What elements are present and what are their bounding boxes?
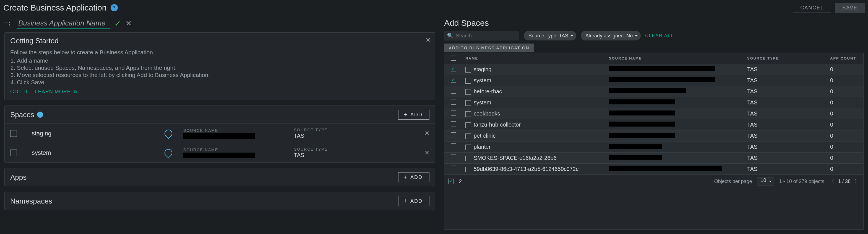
page-title: Create Business Application	[3, 3, 107, 12]
space-icon	[465, 145, 471, 150]
space-icon	[465, 122, 471, 128]
row-name: system	[474, 77, 491, 83]
apps-add-label: ADD	[410, 175, 423, 180]
row-checkbox[interactable]	[451, 165, 456, 171]
table-row[interactable]: stagingTAS0	[444, 64, 863, 75]
table-row[interactable]: 59db8639-86c3-4713-a2b5-6124650c072cTAS0	[444, 164, 863, 175]
row-checkbox[interactable]	[451, 155, 456, 160]
prev-page-icon[interactable]: 〈	[829, 178, 834, 185]
row-checkbox[interactable]	[451, 121, 456, 127]
namespaces-add-button[interactable]: + ADD	[398, 196, 429, 206]
confirm-name-icon[interactable]: ✓	[114, 19, 121, 28]
space-icon	[465, 78, 471, 84]
row-name: pet-clinic	[474, 133, 496, 139]
got-it-link[interactable]: GOT IT	[10, 89, 29, 95]
row-app-count: 0	[830, 122, 833, 128]
table-row[interactable]: systemTAS0	[444, 97, 863, 108]
search-input[interactable]	[456, 33, 521, 39]
row-source-type: TAS	[747, 155, 757, 161]
filter-already-assigned-label: Already assigned: No	[585, 33, 633, 39]
apps-title: Apps	[10, 173, 27, 182]
row-checkbox[interactable]	[451, 66, 456, 72]
col-name[interactable]: NAME	[463, 53, 606, 64]
table-row[interactable]: SMOKES-SPACE-e16fa2a2-26b6TAS0	[444, 153, 863, 164]
source-type-label: SOURCE TYPE	[294, 128, 349, 132]
row-app-count: 0	[830, 88, 833, 95]
gs-step: Click Save.	[17, 79, 429, 85]
clear-name-icon[interactable]: ✕	[126, 19, 132, 28]
gs-step: Add a name.	[17, 57, 429, 64]
row-source-name	[609, 66, 715, 71]
location-icon[interactable]	[163, 147, 174, 158]
add-to-business-application-button[interactable]: ADD TO BUSINESS APPLICATION	[444, 44, 534, 52]
row-source-type: TAS	[747, 133, 757, 139]
spaces-table: NAME SOURCE NAME SOURCE TYPE APP COUNT s…	[444, 53, 863, 175]
page-size-select[interactable]: 10	[757, 177, 774, 185]
save-button[interactable]: SAVE	[835, 3, 865, 13]
close-icon[interactable]: ✕	[426, 36, 431, 44]
space-name: system	[32, 149, 153, 156]
help-icon[interactable]: ?	[111, 4, 118, 11]
learn-more-link[interactable]: LEARN MORE	[35, 89, 71, 95]
col-source-name[interactable]: SOURCE NAME	[606, 53, 744, 64]
filter-already-assigned[interactable]: Already assigned: No	[581, 31, 641, 41]
row-name: planter	[474, 144, 491, 150]
space-icon	[465, 67, 471, 73]
apps-add-button[interactable]: + ADD	[398, 172, 429, 182]
location-icon[interactable]	[163, 128, 174, 139]
source-type-value: TAS	[294, 152, 349, 158]
row-source-type: TAS	[747, 88, 757, 95]
row-source-type: TAS	[747, 110, 757, 116]
row-checkbox[interactable]	[451, 88, 456, 94]
namespaces-title: Namespaces	[10, 197, 52, 206]
row-name: tanzu-hub-collector	[474, 122, 521, 128]
row-checkbox[interactable]	[451, 77, 456, 82]
space-icon	[465, 167, 471, 172]
row-checkbox[interactable]	[451, 110, 456, 116]
drag-handle-icon[interactable]	[4, 20, 12, 27]
add-spaces-title: Add Spaces	[444, 18, 864, 28]
table-row[interactable]: planterTAS0	[444, 141, 863, 153]
search-input-wrap[interactable]: 🔍	[444, 31, 519, 41]
business-application-name-input[interactable]	[17, 18, 110, 28]
source-type-label: SOURCE TYPE	[294, 147, 349, 152]
table-row[interactable]: before-rbacTAS0	[444, 86, 863, 97]
row-checkbox[interactable]	[451, 99, 456, 105]
spaces-add-button[interactable]: + ADD	[398, 110, 429, 120]
cancel-button[interactable]: CANCEL	[793, 3, 831, 13]
select-all-checkbox[interactable]	[451, 55, 456, 61]
space-icon	[465, 89, 471, 95]
row-name: SMOKES-SPACE-e16fa2a2-26b6	[474, 155, 557, 161]
source-name-label: SOURCE NAME	[183, 128, 283, 133]
row-app-count: 0	[830, 133, 833, 139]
row-app-count: 0	[830, 155, 833, 161]
col-app-count[interactable]: APP COUNT	[827, 53, 863, 64]
range-text: 1 - 10 of 379 objects	[779, 179, 824, 184]
space-icon	[10, 150, 17, 156]
filter-source-type[interactable]: Source Type: TAS	[524, 31, 576, 41]
row-source-type: TAS	[747, 77, 757, 83]
page-text: 1 / 38	[838, 179, 850, 184]
table-row[interactable]: tanzu-hub-collectorTAS0	[444, 119, 863, 130]
table-row[interactable]: pet-clinicTAS0	[444, 130, 863, 141]
footer-checked-icon[interactable]	[448, 179, 454, 184]
clear-all-link[interactable]: CLEAR ALL	[645, 33, 674, 38]
table-row[interactable]: cookbooksTAS0	[444, 108, 863, 119]
row-source-type: TAS	[747, 166, 757, 172]
remove-space-icon[interactable]: ✕	[425, 149, 429, 156]
external-link-icon: ⧉	[73, 89, 77, 94]
row-source-name	[609, 88, 686, 93]
row-name: staging	[474, 66, 492, 72]
info-icon[interactable]: i	[37, 112, 43, 118]
spaces-title: Spaces	[10, 110, 34, 119]
row-checkbox[interactable]	[451, 144, 456, 149]
row-checkbox[interactable]	[451, 132, 456, 138]
table-row[interactable]: systemTAS0	[444, 75, 863, 86]
selected-count: 2	[459, 178, 462, 185]
remove-space-icon[interactable]: ✕	[425, 130, 429, 137]
gs-step: Select unused Spaces, Namespaces, and Ap…	[17, 64, 429, 71]
col-source-type[interactable]: SOURCE TYPE	[744, 53, 827, 64]
row-source-name	[609, 77, 715, 82]
row-app-count: 0	[830, 77, 833, 83]
next-page-icon[interactable]: 〉	[855, 178, 860, 185]
